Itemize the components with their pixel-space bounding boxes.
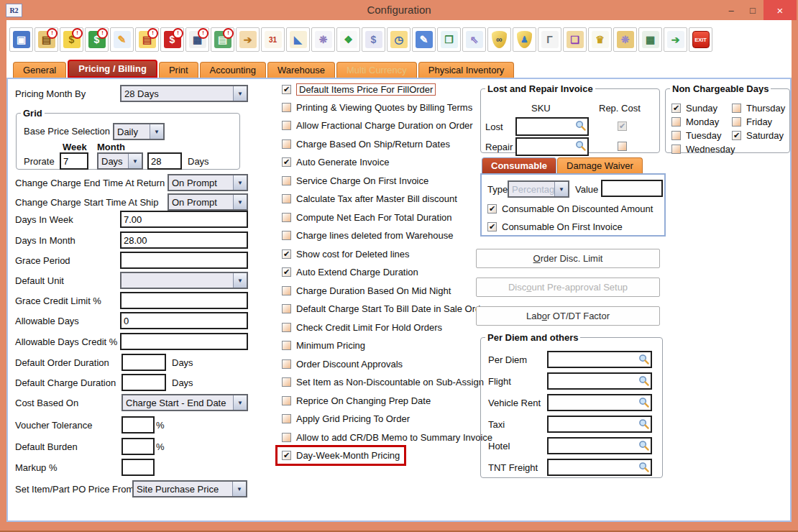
checkbox[interactable] [671,117,681,127]
import-lock-button[interactable]: ➔ [236,27,260,52]
checkbox[interactable] [282,121,291,130]
po-price-from-dropdown[interactable]: Site Purchase Price▼ [132,480,247,497]
checkbox[interactable]: ✔ [671,104,681,113]
payment-button[interactable]: $! [160,27,184,52]
markup-input[interactable] [121,459,155,476]
document-items-button[interactable]: ❐ [437,27,461,52]
checkbox[interactable] [671,145,681,154]
tab-physical-inventory[interactable]: Physical Inventory [418,62,515,78]
discount-preapproval-setup-button[interactable]: Discount Pre-approval Setup [476,278,660,297]
order-disc-limit-button[interactable]: Order Disc. Limit [476,249,660,268]
checkbox[interactable]: ✔ [282,157,291,167]
window-edit-button[interactable]: ✎ [412,27,436,52]
save-button[interactable]: ▣ [9,27,33,52]
checkbox[interactable] [282,414,291,423]
document-return-button[interactable]: ⇖ [462,27,486,52]
charge-start-dropdown[interactable]: On Prompt▼ [168,193,248,211]
award-setup-button[interactable]: ♛ [588,27,612,52]
allowable-days-credit-input[interactable] [120,333,248,350]
grace-period-input[interactable] [120,252,248,269]
voucher-tolerance-input[interactable] [121,416,155,434]
checkbox[interactable]: ✔ [282,249,291,259]
taxi-input[interactable] [547,416,652,433]
checkbox[interactable] [282,139,291,149]
document-export-button[interactable]: ➔ [664,27,687,52]
hotel-input[interactable] [547,437,652,454]
labor-otdt-factor-button[interactable]: Labor OT/DT Factor [476,306,660,326]
lost-rep-cost-checkbox[interactable]: ✔ [618,121,627,131]
consumable-value-input[interactable] [601,180,663,197]
spreadsheet-button[interactable]: ▤! [211,27,234,52]
checkbox[interactable] [282,103,291,112]
tab-general[interactable]: General [13,62,66,78]
search-icon[interactable] [638,397,649,408]
checkbox[interactable] [282,213,291,222]
calendar-button[interactable]: 31 [261,27,285,52]
prorate-month-input[interactable] [147,152,182,170]
search-icon[interactable] [638,440,649,451]
checkbox[interactable]: ✔ [282,267,291,277]
checkbox[interactable]: ✔ [487,204,497,214]
tab-pricing-billing[interactable]: Pricing / Billing [68,60,157,78]
allowable-days-input[interactable] [120,312,248,329]
tab-print[interactable]: Print [159,62,198,78]
cost-based-on-dropdown[interactable]: Charge Start - End Date▼ [121,394,248,411]
checkbox[interactable]: ✔ [282,451,291,460]
search-icon[interactable] [638,462,649,472]
checkbox[interactable] [282,304,291,313]
pricing-month-by-dropdown[interactable]: 28 Days▼ [120,85,248,102]
invoice-button[interactable]: $! [85,27,109,52]
default-unit-dropdown[interactable]: ▼ [120,272,248,289]
checkbox[interactable] [282,396,291,405]
coins-button[interactable]: $! [60,27,83,52]
checkbox[interactable]: ✔ [282,85,291,94]
security-user-button[interactable]: ♟ [513,27,536,52]
flight-input[interactable] [547,372,652,390]
search-icon[interactable] [575,120,586,131]
settings-gears-button[interactable]: ❋ [311,27,335,52]
default-burden-input[interactable] [121,438,155,455]
folder-history-button[interactable]: ◷ [387,27,411,52]
exit-button[interactable]: EXIT [689,27,712,52]
prorate-week-input[interactable] [60,152,88,170]
checkbox[interactable] [282,359,291,369]
default-charge-duration-input[interactable] [121,374,166,391]
shop-order-button[interactable]: ▤! [35,27,58,52]
checkbox[interactable] [671,131,681,140]
order-form-button[interactable]: ▤! [135,27,159,52]
checkbox[interactable]: ✔ [732,131,741,140]
checkbox[interactable] [282,433,291,442]
search-icon[interactable] [638,354,649,364]
measure-ruler-button[interactable]: ◣ [286,27,310,52]
base-price-selection-dropdown[interactable]: Daily▼ [113,123,165,140]
price-tag-setup-button[interactable]: $ [362,27,385,52]
checkbox[interactable] [282,286,291,295]
checkbox[interactable] [282,176,291,185]
tnt-freight-input[interactable] [547,459,652,476]
close-button[interactable]: × [763,0,797,20]
charge-end-dropdown[interactable]: On Prompt▼ [168,174,248,191]
calculator-setup-button[interactable]: ▦ [638,27,662,52]
security-search-button[interactable]: ∞ [487,27,511,52]
folder-setup-button[interactable]: ❋ [613,27,637,52]
per-diem-input[interactable] [547,351,652,368]
tab-damage-waiver[interactable]: Damage Waiver [557,157,643,173]
grace-credit-limit-input[interactable] [120,292,248,309]
tab-warehouse[interactable]: Warehouse [267,62,335,78]
checkbox[interactable] [282,323,291,332]
folder-documents-button[interactable]: ❑ [563,27,587,52]
checkbox[interactable] [282,231,291,240]
checkbox[interactable] [282,377,291,387]
checkbox[interactable] [732,117,741,127]
days-in-week-input[interactable] [120,211,248,228]
checkbox[interactable]: ✔ [487,222,497,231]
repair-rep-cost-checkbox[interactable] [618,142,627,151]
checkbox[interactable] [282,194,291,203]
default-order-duration-input[interactable] [121,354,166,371]
search-icon[interactable] [638,418,649,429]
search-icon[interactable] [575,140,586,151]
schedule-grid-button[interactable]: ▦! [185,27,209,52]
checkbox[interactable] [282,341,291,350]
days-in-month-input[interactable] [120,231,248,249]
tab-consumable[interactable]: Consumable [482,157,556,173]
